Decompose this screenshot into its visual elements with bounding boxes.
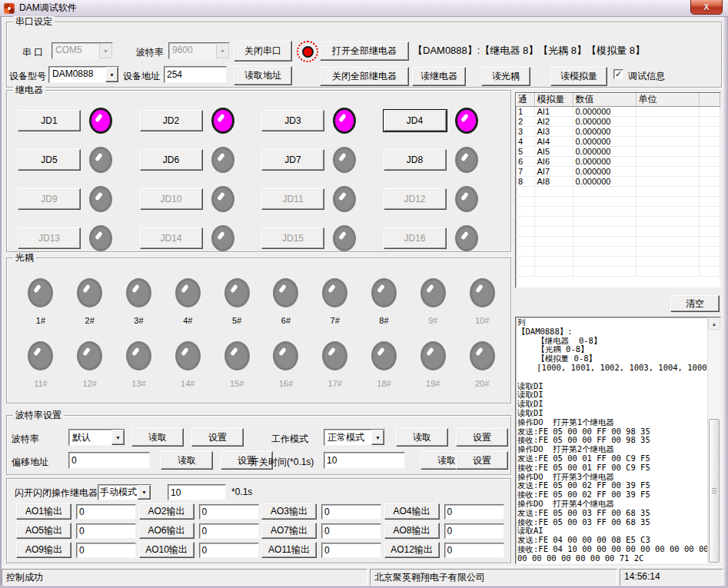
relay-button-7[interactable]: JD7	[261, 149, 324, 171]
switch-time-input[interactable]	[324, 452, 405, 469]
table-row-empty	[516, 187, 720, 197]
read-relay-button[interactable]: 读继电器	[412, 67, 466, 86]
ao-output-input-4[interactable]	[444, 504, 504, 520]
ao-output-button-9[interactable]: AO9输出	[16, 542, 71, 558]
model-select[interactable]: DAM0888 ▼	[48, 66, 119, 83]
ao-output-input-3[interactable]	[321, 504, 381, 520]
ao-output-input-2[interactable]	[199, 504, 259, 520]
ao-output-input-10[interactable]	[199, 543, 259, 558]
relay-button-11[interactable]: JD11	[261, 188, 324, 210]
opto-item-13: 13#	[115, 341, 164, 388]
col-channel[interactable]: 通	[516, 93, 534, 107]
col-unit[interactable]: 单位	[636, 93, 699, 107]
ao-output-input-9[interactable]	[76, 543, 136, 558]
scroll-up-icon[interactable]: ▲	[708, 317, 720, 330]
read-addr-button[interactable]: 读取地址	[234, 66, 292, 85]
cell: 0.000000	[573, 107, 636, 117]
relay-button-12[interactable]: JD12	[384, 188, 447, 210]
baud-select[interactable]: 9600 ▼	[168, 42, 230, 59]
ao-output-input-8[interactable]	[444, 523, 504, 539]
col-value[interactable]: 数值	[573, 93, 636, 107]
ao-output-button-11[interactable]: AO11输出	[261, 542, 317, 558]
opto-item-11: 11#	[16, 341, 65, 388]
cell	[636, 167, 699, 177]
ao-output-button-1[interactable]: AO1输出	[16, 503, 71, 520]
switch-time-set-button[interactable]: 设置	[456, 451, 508, 470]
ao-output-input-7[interactable]	[321, 523, 381, 539]
ao-output-input-1[interactable]	[76, 504, 136, 520]
offset-addr-label: 偏移地址	[12, 456, 48, 469]
model-label: 设备型号	[9, 70, 46, 83]
opto-row-1: 1# 2# 3# 4# 5# 6# 7# 8# 9# 10#	[16, 278, 507, 325]
ao-output-button-10[interactable]: AO10输出	[139, 542, 194, 558]
relay-button-14[interactable]: JD14	[140, 228, 203, 249]
close-port-button[interactable]: 关闭串口	[234, 41, 292, 61]
title-bar[interactable]: DAM调试软件 X	[0, 0, 728, 17]
ao-output-button-6[interactable]: AO6输出	[139, 523, 194, 539]
ao-output-input-5[interactable]	[76, 523, 136, 539]
ao-cell-4: AO4输出	[384, 503, 507, 520]
app-window: DAM调试软件 X 串口设定 串 口 COM5 ▼ 波特率 9600 ▼ 关闭串…	[0, 0, 728, 588]
work-mode-set-button[interactable]: 设置	[456, 428, 508, 447]
offset-read-button[interactable]: 读取	[161, 451, 213, 470]
ao-output-button-12[interactable]: AO12输出	[384, 542, 440, 558]
port-select[interactable]: COM5 ▼	[52, 42, 113, 59]
close-all-relays-button[interactable]: 关闭全部继电器	[320, 67, 409, 86]
ao-output-input-11[interactable]	[321, 543, 381, 558]
relay-cell-7: JD7	[261, 147, 384, 173]
ao-cell-6: AO6输出	[139, 523, 262, 539]
open-all-relays-button[interactable]: 打开全部继电器	[320, 42, 409, 61]
relay-button-15[interactable]: JD15	[261, 228, 324, 249]
log-scrollbar[interactable]: ▲	[707, 317, 720, 563]
ao-output-button-2[interactable]: AO2输出	[139, 503, 194, 520]
opto-item-19: 19#	[408, 341, 457, 388]
opto-group-title: 光耦	[13, 252, 36, 263]
ao-output-input-12[interactable]	[444, 543, 504, 558]
opto-led-6	[273, 278, 298, 307]
offset-addr-input[interactable]	[68, 452, 150, 469]
relay-button-13[interactable]: JD13	[18, 228, 81, 249]
relay-button-6[interactable]: JD6	[140, 149, 203, 171]
relay-button-4[interactable]: JD4	[384, 110, 447, 131]
relay-led-1	[89, 108, 112, 134]
work-mode-select[interactable]: 正常模式 ▼	[324, 429, 385, 446]
relay-button-8[interactable]: JD8	[384, 149, 447, 171]
ao-output-button-3[interactable]: AO3输出	[261, 503, 317, 520]
device-addr-input[interactable]	[164, 66, 227, 83]
relay-button-2[interactable]: JD2	[140, 110, 203, 131]
clear-log-button[interactable]: 清空	[670, 295, 720, 312]
relay-button-10[interactable]: JD10	[140, 188, 203, 210]
debug-info-checkbox[interactable]: ✓	[613, 69, 623, 79]
relay-group-title: 继电器	[13, 85, 45, 95]
relay-led-14	[211, 225, 234, 251]
read-opto-button[interactable]: 读光耦	[481, 67, 530, 86]
cell: AI6	[534, 157, 573, 167]
flash-mode-select[interactable]: 手动模式 ▼	[98, 484, 151, 500]
relay-button-9[interactable]: JD9	[18, 188, 81, 210]
close-button[interactable]: X	[690, 0, 723, 15]
relay-button-5[interactable]: JD5	[18, 149, 81, 171]
ao-output-button-4[interactable]: AO4输出	[384, 503, 440, 520]
opto-item-16: 16#	[261, 341, 311, 388]
flash-time-input[interactable]	[168, 484, 226, 500]
cell: 5	[516, 147, 534, 157]
opto-label-15: 15#	[230, 379, 244, 388]
ao-output-input-6[interactable]	[199, 523, 259, 539]
ao-output-button-7[interactable]: AO7输出	[261, 523, 317, 539]
baud-read-button[interactable]: 读取	[131, 428, 184, 447]
cell: 1	[516, 107, 534, 117]
col-analog[interactable]: 模拟量	[534, 93, 573, 107]
relay-button-16[interactable]: JD16	[384, 228, 447, 249]
relay-button-3[interactable]: JD3	[261, 110, 324, 131]
read-analog-button[interactable]: 读模拟量	[550, 67, 607, 86]
scrollbar-thumb[interactable]	[709, 419, 720, 563]
cell	[699, 107, 720, 117]
work-mode-read-button[interactable]: 读取	[396, 428, 448, 447]
baud-set-button[interactable]: 设置	[191, 428, 244, 447]
ao-output-grid: AO1输出 AO2输出 AO3输出 AO4输出 AO5输出 AO6输出 AO7输…	[16, 503, 507, 558]
ao-output-button-5[interactable]: AO5输出	[16, 523, 71, 539]
relay-button-1[interactable]: JD1	[18, 110, 81, 131]
cell: 0.000000	[573, 137, 636, 147]
ao-output-button-8[interactable]: AO8输出	[384, 523, 440, 539]
baud2-select[interactable]: 默认 ▼	[68, 429, 125, 446]
